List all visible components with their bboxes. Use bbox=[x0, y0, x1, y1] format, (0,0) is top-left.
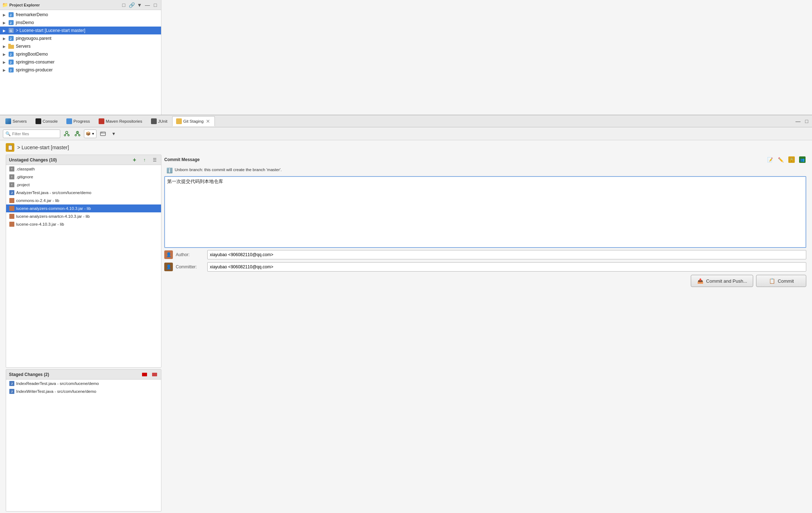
lock-btn[interactable]: 🔒 bbox=[788, 156, 796, 164]
tree-item[interactable]: ▶Servers bbox=[0, 42, 161, 50]
txt-file-icon: T bbox=[9, 182, 15, 188]
unstaged-file-item[interactable]: lucene-analyzers-smartcn-4.10.3.jar - li… bbox=[6, 212, 161, 220]
bottom-section: Servers Console Progress Maven Repositor… bbox=[0, 115, 812, 513]
tree-item[interactable]: ▶Jspringjms-consumer bbox=[0, 58, 161, 66]
link-editor-btn[interactable]: 🔗 bbox=[128, 1, 135, 9]
reset-btn[interactable] bbox=[99, 130, 107, 138]
svg-line-25 bbox=[76, 133, 77, 135]
tab-console[interactable]: Console bbox=[32, 116, 62, 126]
unstaged-file-list: T.classpathT.gitignoreT.projectJAnalyzer… bbox=[6, 165, 161, 367]
author-row: 👤 Author: bbox=[164, 249, 806, 260]
filter-files-search[interactable]: 🔍 bbox=[3, 130, 60, 138]
search-icon: 🔍 bbox=[5, 131, 11, 136]
unstaged-header: Unstaged Changes (10) + ↑ ☰ bbox=[6, 155, 161, 165]
remove-selected-staged-btn[interactable] bbox=[151, 371, 158, 378]
project-icon: J bbox=[8, 12, 14, 18]
add-change-id-btn[interactable]: 👥 bbox=[798, 156, 806, 164]
commit-message-input[interactable] bbox=[167, 178, 803, 243]
console-tab-icon bbox=[36, 118, 41, 124]
tree-item[interactable]: ▶Jpingyougou.parent bbox=[0, 34, 161, 42]
add-all-btn[interactable]: + bbox=[131, 156, 138, 164]
spell-check-btn[interactable]: 📝 bbox=[766, 156, 774, 164]
project-tree: ▶JfreemarkerDemo▶JjmsDemo▶G> Lucene-star… bbox=[0, 10, 161, 115]
tab-maximize-btn[interactable]: □ bbox=[803, 117, 811, 125]
author-icon: 👤 bbox=[164, 250, 173, 259]
unstaged-file-item[interactable]: T.gitignore bbox=[6, 173, 161, 181]
unstaged-file-item[interactable]: T.project bbox=[6, 181, 161, 189]
author-label: Author: bbox=[176, 252, 204, 257]
staged-file-item[interactable]: JIndexWriterTest.java - src/com/lucene/d… bbox=[6, 387, 161, 395]
commit-btn[interactable]: 📋 Commit bbox=[756, 275, 806, 287]
tree-arrow: ▶ bbox=[3, 68, 8, 72]
svg-line-24 bbox=[77, 133, 79, 135]
tab-progress[interactable]: Progress bbox=[62, 116, 94, 126]
tab-gitstaging[interactable]: Git Staging ✕ bbox=[172, 116, 215, 126]
tab-servers[interactable]: Servers bbox=[1, 116, 31, 126]
file-name: .project bbox=[16, 183, 30, 187]
jar-file-icon bbox=[9, 198, 15, 203]
sign-off-btn[interactable]: ✏️ bbox=[777, 156, 785, 164]
tab-junit[interactable]: JUnit bbox=[147, 116, 171, 126]
unstaged-title: Unstaged Changes (10) bbox=[9, 157, 57, 163]
author-input[interactable] bbox=[207, 250, 806, 259]
tree-arrow: ▶ bbox=[3, 21, 8, 25]
filter-files-input[interactable] bbox=[12, 132, 58, 136]
commit-and-push-btn[interactable]: 📤 Commit and Push... bbox=[691, 275, 753, 287]
commit-buttons: 📤 Commit and Push... 📋 Commit bbox=[164, 274, 806, 288]
commit-textarea-wrap[interactable] bbox=[164, 176, 806, 248]
unstaged-file-item[interactable]: lucene-core-4.10.3.jar - lib bbox=[6, 220, 161, 228]
list-view-btn[interactable]: ☰ bbox=[151, 156, 158, 164]
file-name: commons-io-2.4.jar - lib bbox=[16, 198, 59, 203]
tree-item[interactable]: ▶JjmsDemo bbox=[0, 19, 161, 27]
tree-item[interactable]: ▶Jspringjms-producer bbox=[0, 66, 161, 74]
panel-header-icons: □ 🔗 ▼ — □ bbox=[120, 1, 159, 9]
tree-item-label: Servers bbox=[16, 44, 30, 49]
tree-item[interactable]: ▶JfreemarkerDemo bbox=[0, 11, 161, 19]
gitstaging-tab-label: Git Staging bbox=[183, 119, 204, 123]
committer-label: Committer: bbox=[176, 264, 204, 269]
commit-msg-title: Commit Message bbox=[164, 157, 200, 162]
two-col-layout: Unstaged Changes (10) + ↑ ☰ bbox=[0, 155, 812, 513]
gitstaging-tab-icon bbox=[176, 118, 182, 124]
branch-label: > Lucene-start [master] bbox=[17, 145, 69, 150]
push-btn[interactable] bbox=[73, 130, 82, 138]
unstaged-file-item[interactable]: commons-io-2.4.jar - lib bbox=[6, 197, 161, 204]
file-name: lucene-analyzers-common-4.10.3.jar - lib bbox=[16, 206, 91, 211]
java-file-icon: J bbox=[9, 190, 15, 196]
staged-file-item[interactable]: JIndexReaderTest.java - src/com/lucene/d… bbox=[6, 380, 161, 387]
right-col: Commit Message 📝 ✏️ 🔒 👥 bbox=[161, 155, 812, 513]
info-icon: ℹ️ bbox=[166, 168, 173, 173]
maximize-btn[interactable]: □ bbox=[152, 1, 159, 9]
tree-item[interactable]: ▶JspringBootDemo bbox=[0, 50, 161, 58]
tree-item-label: springBootDemo bbox=[16, 52, 48, 57]
commit-icon: 📋 bbox=[769, 277, 776, 284]
tab-minimize-btn[interactable]: — bbox=[794, 117, 802, 125]
view-menu-btn2[interactable]: ▼ bbox=[109, 130, 118, 138]
maven-tab-label: Maven Repositories bbox=[106, 119, 142, 123]
maven-tab-icon bbox=[99, 118, 104, 124]
unstaged-file-item[interactable]: lucene-analyzers-common-4.10.3.jar - lib bbox=[6, 204, 161, 212]
stash-dropdown[interactable]: 📦 ▼ bbox=[84, 130, 96, 138]
committer-input[interactable] bbox=[207, 262, 806, 272]
tab-maven[interactable]: Maven Repositories bbox=[95, 116, 146, 126]
add-selected-btn[interactable]: ↑ bbox=[141, 156, 148, 164]
view-menu-btn[interactable]: ▼ bbox=[136, 1, 143, 9]
project-icon: J bbox=[8, 59, 14, 65]
collapse-all-btn[interactable]: □ bbox=[120, 1, 127, 9]
svg-text:G: G bbox=[10, 29, 12, 33]
servers-tab-icon bbox=[5, 118, 11, 124]
file-name: .gitignore bbox=[16, 175, 33, 179]
fetch-btn[interactable] bbox=[62, 130, 71, 138]
remove-all-staged-btn[interactable] bbox=[141, 371, 148, 378]
tree-item[interactable]: ▶G> Lucene-start [Lucene-start master] bbox=[0, 27, 161, 34]
commit-push-icon: 📤 bbox=[697, 277, 704, 284]
gitstaging-close-btn[interactable]: ✕ bbox=[205, 118, 211, 124]
unstaged-file-item[interactable]: JAnalyzerTest.java - src/com/lucene/demo bbox=[6, 189, 161, 197]
minimize-btn[interactable]: — bbox=[144, 1, 151, 9]
commit-msg-header: Commit Message 📝 ✏️ 🔒 👥 bbox=[164, 155, 806, 165]
unstaged-panel: Unstaged Changes (10) + ↑ ☰ bbox=[6, 155, 161, 368]
tree-arrow: ▶ bbox=[3, 29, 8, 33]
git-staging-content: 🔍 bbox=[0, 127, 812, 513]
unstaged-file-item[interactable]: T.classpath bbox=[6, 165, 161, 173]
file-name: IndexWriterTest.java - src/com/lucene/de… bbox=[16, 389, 96, 394]
